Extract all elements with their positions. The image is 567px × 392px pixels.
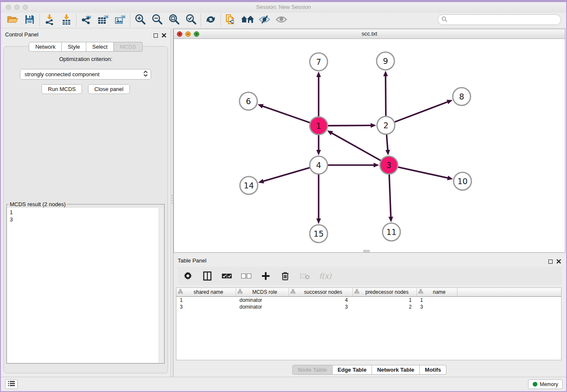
tree-icon [178,289,183,295]
edge-arrowhead [258,179,264,184]
tab-motifs[interactable]: Motifs [420,365,446,375]
graph-edge-2-9[interactable] [385,75,386,117]
tab-select[interactable]: Select [86,42,114,52]
function-builder-icon[interactable]: f(x) [319,272,331,280]
table-row[interactable]: 1dominator411 [176,297,561,304]
graph-edge-1-2[interactable] [327,125,372,126]
column-header-MCDS-role[interactable]: MCDS role [236,288,289,296]
import-table-icon [61,14,72,27]
tree-icon [238,289,242,295]
network-window-titlebar[interactable]: scc.txt [174,29,565,39]
search-input[interactable] [449,17,561,23]
zoom-out-button[interactable] [149,14,165,27]
edge-arrowhead [371,123,376,128]
table-header-row[interactable]: shared nameMCDS rolesuccessor nodesprede… [176,288,561,297]
column-header-predecessor-nodes[interactable]: predecessor nodes [353,288,417,296]
network-canvas[interactable]: 1234678910111415 [174,39,565,252]
memory-status-icon [533,382,537,386]
close-panel-icon[interactable] [162,32,166,39]
result-scrollbar[interactable] [159,208,164,363]
network-copy-button[interactable] [222,14,239,27]
refresh-layout-button[interactable] [202,14,219,27]
float-table-panel-icon[interactable] [548,259,553,264]
criterion-dropdown[interactable]: strongly connected component [20,69,151,80]
task-history-button[interactable] [5,379,18,389]
graph-edge-4-14[interactable] [263,168,311,182]
table-cell[interactable]: 3 [289,304,353,310]
close-table-panel-icon[interactable] [556,258,561,265]
export-network-button[interactable] [78,14,95,27]
control-panel-tabs: Network Style Select MCDS [1,42,171,52]
edge-arrowhead [446,100,452,104]
tab-network[interactable]: Network [29,42,62,52]
zoom-fit-button[interactable] [165,14,182,27]
export-network-icon [81,14,92,27]
graph-edge-3-11[interactable] [389,174,391,218]
table-cell[interactable]: 4 [289,297,353,303]
graph-edge-2-8[interactable] [394,102,449,122]
home-button[interactable] [239,14,256,27]
add-column-icon[interactable] [261,271,271,281]
window-titlebar: Session: New Session [1,2,566,13]
table-cell[interactable]: 1 [353,297,417,303]
show-all-button[interactable] [273,14,290,27]
open-session-button[interactable] [4,14,21,27]
column-header-successor-nodes[interactable]: successor nodes [289,288,353,296]
canvas-splitter-grip[interactable] [363,250,370,252]
delete-column-icon[interactable] [280,271,290,281]
eye-slash-icon [259,15,270,26]
table-cell[interactable]: 3 [176,304,236,310]
table-cell[interactable]: dominator [236,304,289,310]
select-all-icon[interactable] [222,271,232,281]
mcds-result-list[interactable]: 13 [7,208,164,363]
run-mcds-button[interactable]: Run MCDS [41,84,82,94]
tab-network-table[interactable]: Network Table [372,365,420,375]
tab-style[interactable]: Style [62,42,86,52]
import-network-icon [44,14,55,27]
table-cell[interactable]: 2 [353,304,417,310]
tab-edge-table[interactable]: Edge Table [333,365,372,375]
main-toolbar [1,13,566,28]
table-cell[interactable]: 1 [176,297,236,303]
table-cell[interactable]: dominator [236,297,289,303]
node-table[interactable]: shared nameMCDS rolesuccessor nodesprede… [176,287,561,360]
import-table-button[interactable] [58,14,75,27]
tab-node-table[interactable]: Node Table [292,365,333,375]
hide-selected-button[interactable] [256,14,273,27]
window-title: Session: New Session [1,4,566,10]
control-panel-title: Control Panel [5,31,39,38]
zoom-in-button[interactable] [132,14,149,27]
refresh-icon [205,14,216,26]
graph-edge-1-6[interactable] [262,106,311,123]
zoom-selected-button[interactable] [182,14,199,27]
float-panel-icon[interactable] [154,33,158,38]
table-cell[interactable]: 1 [417,297,457,303]
graph-edge-3-10[interactable] [397,167,449,178]
edge-arrowhead [317,218,321,224]
deselect-all-icon[interactable] [241,271,251,281]
columns-icon[interactable] [202,271,212,281]
delete-table-icon[interactable] [300,271,310,281]
column-header-name[interactable]: name [417,288,457,296]
gear-icon[interactable] [183,271,193,281]
import-network-button[interactable] [41,14,58,27]
criterion-value: strongly connected component [25,71,143,77]
graph-edge-2-3[interactable] [386,134,388,151]
export-image-button[interactable] [112,14,129,27]
graph-edge-3-1[interactable] [331,133,382,161]
edge-arrowhead [447,176,453,180]
close-panel-button[interactable]: Close panel [88,84,130,94]
optimization-criterion-label: Optimization criterion: [4,56,168,62]
tab-mcds[interactable]: MCDS [114,42,142,52]
status-bar: Memory [1,377,566,391]
toolbar-separator [130,14,130,27]
column-header-shared-name[interactable]: shared name [176,288,236,296]
export-table-button[interactable] [95,14,112,27]
zoom-in-icon [135,14,146,27]
table-row[interactable]: 3dominator323 [176,304,561,310]
table-cell[interactable]: 3 [417,304,457,310]
zoom-out-icon [151,14,162,27]
save-session-button[interactable] [21,14,38,27]
memory-button[interactable]: Memory [528,379,563,389]
vertical-splitter[interactable] [171,29,173,377]
